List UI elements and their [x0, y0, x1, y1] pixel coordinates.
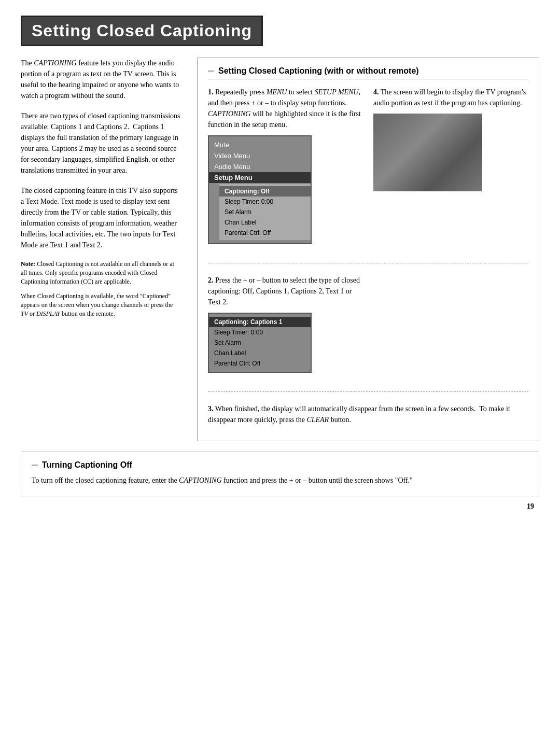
step-3-container: 3. When finished, the display will autom… — [208, 403, 528, 430]
note-2: When Closed Captioning is available, the… — [21, 292, 181, 318]
section-title-text: Setting Closed Captioning (with or witho… — [218, 66, 419, 76]
step-2-container: 2. Press the + or – button to select the… — [208, 275, 363, 380]
menu-item-audio: Audio Menu — [209, 161, 311, 172]
left-column: The CAPTIONING feature lets you display … — [21, 58, 181, 441]
submenu-set-alarm: Set Alarm — [219, 207, 311, 217]
step-4-container: 4. The screen will begin to display the … — [373, 87, 528, 251]
step-2-text: 2. Press the + or – button to select the… — [208, 275, 363, 307]
menu2-chan-label: Chan Label — [209, 348, 311, 358]
step-1-text: 1. Repeatedly press MENU to select SETUP… — [208, 87, 363, 130]
step-3-text: 3. When finished, the display will autom… — [208, 403, 528, 425]
menu2-parental: Parental Ctrl: Off — [209, 358, 311, 369]
menu2-set-alarm: Set Alarm — [209, 338, 311, 348]
step-2-menu-mock: Captioning: Captions 1 Sleep Timer: 0:00… — [208, 313, 312, 373]
captioning-step1-italic: CAPTIONING — [208, 110, 250, 118]
main-layout: The CAPTIONING feature lets you display … — [21, 58, 539, 441]
menu-item-video: Video Menu — [209, 150, 311, 161]
setup-menu-italic: SETUP MENU — [315, 88, 359, 96]
turning-off-title: Turning Captioning Off — [32, 460, 528, 470]
step-1-container: 1. Repeatedly press MENU to select SETUP… — [208, 87, 363, 251]
intro-paragraph: The CAPTIONING feature lets you display … — [21, 58, 181, 101]
text-mode-paragraph: The closed captioning feature in this TV… — [21, 185, 181, 250]
clear-italic: CLEAR — [306, 416, 329, 424]
step-2-number: 2. — [208, 276, 214, 284]
submenu-sleep-timer: Sleep Timer: 0:00 — [219, 197, 311, 207]
turning-off-title-text: Turning Captioning Off — [42, 460, 132, 470]
menu-item-setup: Setup Menu — [209, 172, 311, 183]
menu-item-mute: Mute — [209, 139, 311, 150]
bottom-area: Turning Captioning Off To turn off the c… — [21, 452, 539, 497]
section-title: Setting Closed Captioning (with or witho… — [208, 66, 528, 79]
captioning-italic: CAPTIONING — [34, 59, 76, 67]
tv-screen-mock: CITIZENS WERE PLEASANTLYSURPRISED BY THE… — [373, 114, 482, 191]
right-column: Setting Closed Captioning (with or witho… — [197, 58, 539, 441]
page-title-bar: Setting Closed Captioning — [21, 16, 263, 46]
step-1-menu-mock: Mute Video Menu Audio Menu Setup Menu Ca… — [208, 135, 312, 244]
page-number: 19 — [21, 502, 539, 511]
step-4-text: 4. The screen will begin to display the … — [373, 87, 528, 108]
turning-off-text: To turn off the closed captioning featur… — [32, 475, 528, 486]
note-label: Note: — [21, 260, 35, 268]
divider-1 — [208, 263, 528, 263]
step-1-number: 1. — [208, 88, 214, 96]
step-2-body: Press the + or – button to select the ty… — [208, 276, 360, 306]
submenu-parental: Parental Ctrl: Off — [219, 228, 311, 238]
submenu-chan-label: Chan Label — [219, 217, 311, 228]
menu2-captioning-captions1: Captioning: Captions 1 — [209, 317, 311, 327]
tv-italic: TV — [21, 310, 28, 317]
menu2-sleep-timer: Sleep Timer: 0:00 — [209, 327, 311, 338]
captioning-turning-off-italic: CAPTIONING — [179, 476, 221, 484]
display-italic: DISPLAY — [36, 310, 60, 317]
turning-off-section: Turning Captioning Off To turn off the c… — [21, 452, 539, 497]
page-title: Setting Closed Captioning — [32, 21, 252, 40]
divider-2 — [208, 391, 528, 392]
step-3-number: 3. — [208, 405, 214, 413]
step-4-number: 4. — [373, 88, 379, 96]
submenu-captioning-off: Captioning: Off — [219, 186, 311, 197]
note-1: Note: Closed Captioning is not available… — [21, 260, 181, 286]
step-1-submenu: Captioning: Off Sleep Timer: 0:00 Set Al… — [219, 184, 311, 240]
menu-italic: MENU — [267, 88, 287, 96]
steps-grid: 1. Repeatedly press MENU to select SETUP… — [208, 87, 528, 430]
step-2-right-empty — [373, 275, 528, 380]
step-4-body: The screen will begin to display the TV … — [373, 88, 526, 107]
captions-types-paragraph: There are two types of closed captioning… — [21, 110, 181, 176]
